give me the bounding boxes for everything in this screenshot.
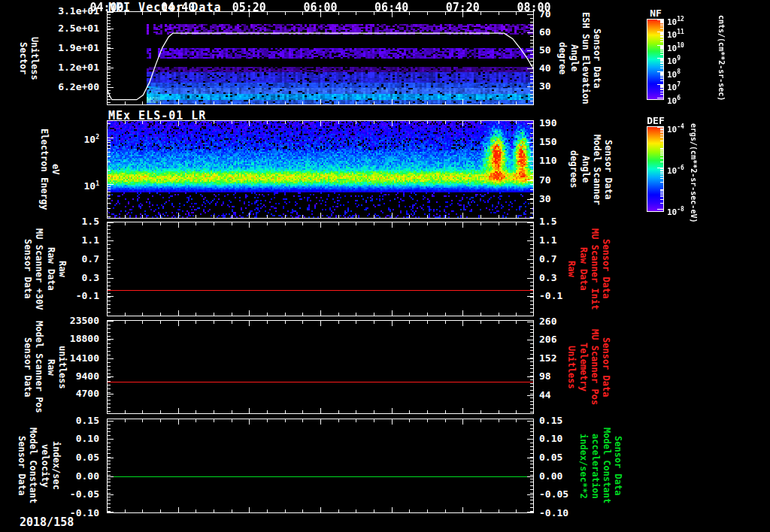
axis-label-line: MU Scanner Init [590, 228, 599, 310]
tick-label: 190 [539, 118, 556, 128]
axis-label-line: index/sec**2 [578, 434, 588, 499]
colorbar-tick-label: 1010 [667, 41, 684, 53]
colorbar-tick-label: 1012 [667, 15, 684, 26]
time-axis: 04:0004:4005:2006:0006:4007:2008:00 [0, 0, 770, 17]
time-tick-label: 06:00 [296, 1, 344, 14]
tick-label: 0.05 [539, 452, 562, 463]
axis-label-line: ESH Sun Elevation [581, 12, 590, 104]
tick-label: 0.10 [539, 434, 562, 444]
tick-label: 0.00 [76, 471, 99, 482]
tick-label: 0.05 [76, 452, 99, 463]
tick-label: -0.10 [70, 508, 99, 518]
time-tick-label: 06:40 [368, 1, 416, 14]
axis-label-line: Sensor Data [601, 337, 611, 397]
panel4-right-label: Sensor DataMU Scanner PosTelemetryUnitle… [564, 320, 611, 414]
tick-label: 30 [539, 81, 551, 92]
tick-label: 102 [84, 132, 99, 145]
colorbar-tick-label: 109 [667, 54, 681, 65]
panel2-ylabel: Electron EnergyeV [39, 120, 60, 219]
axis-label-line: Model Scanner Pos [34, 321, 44, 413]
tick-label: 150 [539, 137, 556, 147]
tick-label: -0.1 [539, 291, 562, 301]
panel5-right-label: Sensor DataModel Constantaccelerationind… [571, 419, 623, 513]
axis-label-line: Sensor Data [592, 29, 602, 88]
colorbar-def-unit: ergs/(cm**2-sr-sec-eV) [690, 123, 697, 222]
tick-label: 6.2e+00 [58, 82, 99, 92]
axis-label-line: Angle [580, 156, 590, 183]
tick-label: 206 [539, 334, 556, 345]
colorbar-def [647, 126, 664, 212]
axis-label-line: Sensor Data [601, 239, 611, 298]
axis-label-line: Unitless [566, 346, 576, 389]
model-scanner-pos-line-canvas [107, 320, 534, 414]
axis-label-line: Sensor Data [17, 436, 26, 495]
axis-label-line: Model Constant [602, 428, 611, 503]
tick-label: -0.05 [70, 489, 99, 500]
axis-label-line: eV [50, 164, 60, 174]
tick-label: 44 [539, 390, 551, 401]
tick-label: 40 [539, 63, 551, 74]
tick-label: 0.15 [76, 416, 99, 426]
tick-label: 50 [539, 45, 551, 56]
tick-label: 1.5 [82, 216, 99, 227]
tick-label: 30 [539, 194, 551, 204]
axis-label-line: Model Scanner [592, 135, 602, 205]
axis-label-line: unitless [57, 346, 67, 389]
axis-label-line: Raw Data [578, 247, 587, 291]
time-tick-label: 04:00 [83, 1, 131, 14]
tick-label: -0.1 [76, 291, 99, 301]
tick-label: 98 [539, 371, 551, 382]
tick-label: 70 [539, 175, 551, 186]
panel5-ylabel: Sensor DataModel Constantvelocityindex/s… [17, 419, 61, 513]
axis-label-line: Raw [566, 261, 576, 277]
panel5-right-axis-ticks: 0.150.100.050.00-0.05-0.10 [536, 419, 574, 513]
tick-label: 14100 [70, 353, 99, 364]
axis-label-line: Sensor Data [23, 239, 32, 298]
tick-label: 260 [539, 316, 556, 327]
panel3-ylabel: Sensor DataMU Scanner +30VRaw DataRaw [23, 222, 67, 316]
colorbar-tick-label: 106 [667, 94, 681, 105]
tick-label: 0.7 [539, 254, 556, 264]
axis-label-line: Raw [45, 359, 55, 376]
axis-label-line: velocity [39, 444, 49, 488]
panel3-right-label: Sensor DataMU Scanner InitRaw DataRaw [564, 222, 611, 316]
axis-label-line: Sensor Data [23, 337, 32, 397]
axis-label-line: acceleration [590, 434, 599, 499]
colorbar-nf-unit: cnts/(cm**2-sr-sec) [717, 15, 725, 101]
axis-label-line: index/sec [51, 441, 61, 490]
panel4-ylabel: Sensor DataModel Scanner PosRawunitless [23, 320, 67, 414]
tick-label: -0.10 [539, 508, 568, 518]
tick-label: 0.15 [539, 416, 562, 426]
axis-label-line: Sensor Data [603, 140, 613, 199]
axis-label-line: Sector [18, 42, 28, 74]
axis-label-line: Raw [57, 261, 67, 277]
axis-label-line: Angle [568, 44, 578, 71]
colorbar-tick-label: 10-4 [667, 122, 684, 134]
colorbar-def-title: DEF [641, 115, 671, 126]
els-spectrogram-canvas [107, 120, 534, 219]
tick-label: 4700 [76, 388, 99, 399]
tick-label: 23500 [70, 316, 99, 326]
model-constant-velocity-line-canvas [107, 419, 534, 513]
panel1-left-axis-ticks: 3.1e+012.5e+011.9e+011.2e+016.2e+00 [0, 11, 103, 105]
colorbar-tick-label: 108 [667, 68, 681, 79]
colorbar-def-ticks: 10-410-610-8 [667, 126, 705, 212]
npi-spectrogram-canvas [107, 11, 534, 105]
colorbar-nf [647, 19, 664, 100]
axis-label-line: MU Scanner +30V [34, 228, 44, 310]
tick-label: 0.10 [76, 434, 99, 444]
tick-label: 18800 [70, 334, 99, 344]
tick-label: 0.00 [539, 471, 562, 482]
time-tick-label: 07:20 [438, 1, 487, 14]
tick-label: 1.1 [539, 235, 556, 246]
tick-label: 1.1 [82, 235, 99, 246]
panel1-ylabel: SectorUnitless [18, 11, 39, 105]
mu-scanner-30v-line-canvas [107, 222, 534, 316]
tick-label: 0.3 [82, 273, 99, 283]
tick-label: 1.9e+01 [58, 43, 99, 53]
time-tick-label: 08:00 [510, 1, 558, 14]
figure-root: NPI Vector Data MEx ELS-01 LR 3.1e+012.5… [0, 0, 770, 532]
colorbar-tick-label: 1011 [667, 28, 684, 39]
colorbar-nf-ticks: 101210111010109108107106 [667, 19, 705, 100]
tick-label: 101 [84, 179, 99, 192]
